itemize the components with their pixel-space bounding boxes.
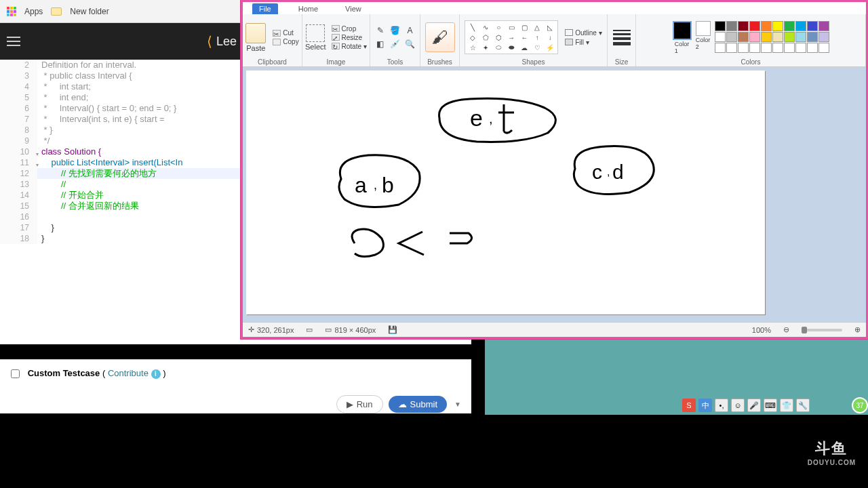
svg-text:,: , xyxy=(374,178,377,192)
svg-text:a: a xyxy=(355,173,367,197)
image-group: Select ✂Crop ⤢Resize ↻Rotate ▾ Image xyxy=(302,14,370,66)
contribute-link[interactable]: Contribute i xyxy=(108,368,161,378)
palette-swatch[interactable] xyxy=(772,21,783,31)
palette-swatch[interactable] xyxy=(761,43,772,53)
bucket-tool[interactable]: 🪣 xyxy=(389,24,402,37)
color1-button[interactable]: Color 1 xyxy=(673,21,692,54)
palette-swatch[interactable] xyxy=(784,32,795,42)
size-button[interactable] xyxy=(613,30,631,45)
tools-group: ✎ 🪣 A ◧ 💉 🔍 Tools xyxy=(370,14,420,66)
palette-swatch[interactable] xyxy=(818,32,829,42)
shape-gallery[interactable]: ╲∿○▭▢△◺ ◇⬠⬡→←↑↓ ☆✦⬭⬬☁♡⚡ xyxy=(465,20,558,54)
crop-button[interactable]: ✂Crop xyxy=(332,25,367,33)
outline-icon xyxy=(565,29,573,36)
palette-swatch[interactable] xyxy=(784,21,795,31)
sogou-icon[interactable]: S xyxy=(682,399,696,412)
brushes-button[interactable]: 🖌 xyxy=(425,22,455,52)
palette-swatch[interactable] xyxy=(772,43,783,53)
level-badge[interactable]: 37 xyxy=(852,397,868,413)
ribbon: Paste ✂Cut Copy Clipboard Select ✂Crop ⤢… xyxy=(243,14,866,67)
copy-button[interactable]: Copy xyxy=(273,38,298,45)
run-button[interactable]: ▶ Run xyxy=(336,395,383,413)
select-button[interactable]: Select xyxy=(305,24,326,51)
zoom-level: 100% xyxy=(752,326,771,334)
palette-swatch[interactable] xyxy=(715,32,726,42)
submit-button[interactable]: ☁ Submit xyxy=(389,396,447,413)
zoom-in-button[interactable]: ⊕ xyxy=(854,325,861,334)
outline-button[interactable]: Outline ▾ xyxy=(565,29,602,37)
palette-swatch[interactable] xyxy=(761,21,772,31)
palette-swatch[interactable] xyxy=(761,32,772,42)
palette-swatch[interactable] xyxy=(795,21,806,31)
palette-swatch[interactable] xyxy=(738,32,749,42)
apps-label[interactable]: Apps xyxy=(24,7,43,16)
submit-dropdown[interactable]: ▼ xyxy=(452,401,463,408)
color-palette[interactable] xyxy=(715,21,829,53)
zoom-out-button[interactable]: ⊖ xyxy=(783,325,789,334)
palette-swatch[interactable] xyxy=(726,43,737,53)
palette-swatch[interactable] xyxy=(795,43,806,53)
desktop-area xyxy=(485,339,868,415)
cut-button[interactable]: ✂Cut xyxy=(273,29,298,37)
crosshair-icon: ✛ xyxy=(248,325,254,334)
newfolder-label[interactable]: New folder xyxy=(70,7,108,16)
ime-emoji-button[interactable]: ☺ xyxy=(731,399,745,412)
tab-home[interactable]: Home xyxy=(292,3,325,14)
palette-swatch[interactable] xyxy=(795,32,806,42)
zoom-slider[interactable] xyxy=(802,329,842,331)
palette-swatch[interactable] xyxy=(818,21,829,31)
palette-swatch[interactable] xyxy=(715,21,726,31)
palette-swatch[interactable] xyxy=(772,32,783,42)
clipboard-icon xyxy=(245,23,266,43)
resize-icon: ⤢ xyxy=(332,34,340,41)
palette-swatch[interactable] xyxy=(784,43,795,53)
resize-button[interactable]: ⤢Resize xyxy=(332,34,367,41)
eraser-tool[interactable]: ◧ xyxy=(374,38,387,50)
palette-swatch[interactable] xyxy=(818,43,829,53)
ime-skin-button[interactable]: 👕 xyxy=(780,399,793,412)
paste-button[interactable]: Paste xyxy=(245,23,266,52)
canvas[interactable]: e , a , b c , d xyxy=(246,70,765,314)
custom-testcase-checkbox[interactable] xyxy=(11,369,20,378)
palette-swatch[interactable] xyxy=(807,43,818,53)
rotate-button[interactable]: ↻Rotate ▾ xyxy=(332,43,367,50)
text-tool[interactable]: A xyxy=(403,24,417,37)
svg-text:,: , xyxy=(489,111,493,126)
apps-icon[interactable] xyxy=(7,7,16,16)
palette-swatch[interactable] xyxy=(738,43,749,53)
ime-keyboard-button[interactable]: ⌨ xyxy=(764,399,777,412)
hamburger-icon[interactable] xyxy=(0,23,27,60)
svg-text:b: b xyxy=(382,173,394,197)
color2-button[interactable]: Color 2 xyxy=(696,21,711,50)
svg-text:,: , xyxy=(607,166,610,178)
ime-punct-button[interactable]: •, xyxy=(715,399,728,412)
ime-lang-button[interactable]: 中 xyxy=(698,399,712,412)
leetcode-header: ⟨Lee xyxy=(0,23,241,60)
palette-swatch[interactable] xyxy=(715,43,726,53)
folder-icon[interactable] xyxy=(51,7,62,16)
tab-view[interactable]: View xyxy=(338,3,368,14)
custom-testcase-panel: Custom Testcase ( Contribute i ) ▶ Run ☁… xyxy=(0,359,471,413)
tab-file[interactable]: File xyxy=(252,3,278,14)
leetcode-logo[interactable]: ⟨Lee xyxy=(207,33,241,49)
ime-tool-button[interactable]: 🔧 xyxy=(796,399,810,412)
palette-swatch[interactable] xyxy=(726,21,737,31)
canvas-area: e , a , b c , d xyxy=(243,67,866,322)
palette-swatch[interactable] xyxy=(749,21,760,31)
size-group: Size xyxy=(608,14,636,66)
palette-swatch[interactable] xyxy=(749,43,760,53)
palette-swatch[interactable] xyxy=(726,32,737,42)
palette-swatch[interactable] xyxy=(749,32,760,42)
picker-tool[interactable]: 💉 xyxy=(389,38,402,50)
copy-icon xyxy=(273,39,281,45)
magnifier-tool[interactable]: 🔍 xyxy=(403,38,417,50)
fill-icon xyxy=(565,39,573,45)
ime-mic-button[interactable]: 🎤 xyxy=(747,399,761,412)
pencil-tool[interactable]: ✎ xyxy=(374,24,387,37)
palette-swatch[interactable] xyxy=(807,32,818,42)
size-icon xyxy=(613,30,631,45)
palette-swatch[interactable] xyxy=(738,21,749,31)
palette-swatch[interactable] xyxy=(807,21,818,31)
paint-window: File Home View Paste ✂Cut Copy Clipboard xyxy=(241,0,868,339)
fill-button[interactable]: Fill ▾ xyxy=(565,39,602,46)
